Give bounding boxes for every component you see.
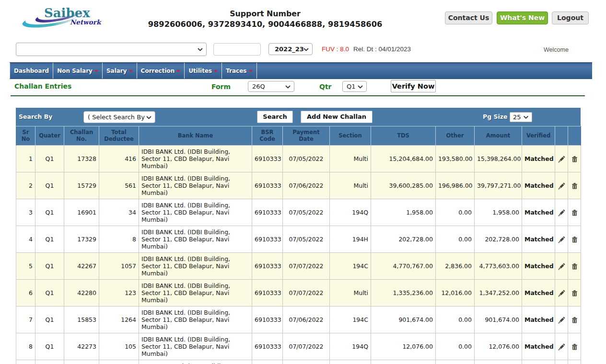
- cell-payment-date: 07/06/2022: [283, 172, 330, 199]
- delete-row-button[interactable]: [568, 146, 581, 172]
- cell-other: 2,836.00: [436, 253, 475, 280]
- edit-row-button[interactable]: [555, 360, 568, 364]
- chevron-down-icon: [524, 116, 528, 119]
- cell-amount: 39,797,271.00: [475, 172, 522, 199]
- cell-sr-no: 4: [16, 226, 35, 253]
- add-new-challan-button[interactable]: Add New Challan: [301, 111, 373, 123]
- col-header-other: Other: [436, 126, 475, 146]
- table-row: 2 Q1 15729 561 IDBI BANK Ltd. (IDBI Buil…: [16, 172, 581, 199]
- cell-challan-no: 42273: [64, 333, 99, 360]
- cell-tds: 12,076.00: [371, 333, 436, 360]
- table-row: 7 Q1 15853 1264 IDBI BANK Ltd. (IDBI Bui…: [16, 307, 581, 333]
- nav-item-non-salary[interactable]: Non Salary: [53, 63, 103, 79]
- cell-section: 194C: [330, 253, 371, 280]
- delete-row-button[interactable]: [568, 199, 581, 226]
- dropdown-caret-icon: [94, 70, 98, 72]
- edit-row-button[interactable]: [555, 307, 568, 333]
- delete-row-button[interactable]: [568, 280, 581, 307]
- deductor-select[interactable]: [16, 43, 207, 56]
- edit-row-button[interactable]: [555, 146, 568, 172]
- cell-tds: 202,728.00: [371, 226, 436, 253]
- search-by-select[interactable]: ( Select Search By ): [83, 111, 155, 123]
- trash-icon: [571, 263, 578, 270]
- edit-row-button[interactable]: [555, 226, 568, 253]
- form-select[interactable]: 26Q: [248, 81, 294, 92]
- cell-bank-name: IDBI BANK Ltd. (IDBI Building, Sector 11…: [139, 280, 252, 307]
- pencil-icon: [558, 317, 565, 324]
- verify-now-button[interactable]: Verify Now: [391, 80, 436, 92]
- cell-bank-name: IDBI BANK Ltd. (IDBI Building, Sector 11…: [139, 146, 252, 172]
- cell-bsr-code: 6910333: [252, 307, 283, 333]
- cell-total-deductee: 1264: [99, 307, 139, 333]
- cell-sr-no: [16, 360, 35, 364]
- cell-section: Multi: [330, 172, 371, 199]
- cell-amount: 15,398,264.00: [475, 146, 522, 172]
- table-header: Sr No Quater Challan No. Total Deductee …: [16, 126, 581, 146]
- edit-row-button[interactable]: [555, 280, 568, 307]
- col-header-edit: [555, 126, 568, 146]
- search-button[interactable]: Search: [257, 111, 293, 123]
- cell-section: 194Q: [330, 199, 371, 226]
- nav-item-correction[interactable]: Correction: [137, 63, 185, 79]
- cell-payment-date: 07/07/2022: [283, 253, 330, 280]
- edit-row-button[interactable]: [555, 333, 568, 360]
- cell-section: 194H: [330, 226, 371, 253]
- delete-row-button[interactable]: [568, 226, 581, 253]
- qtr-select[interactable]: Q1: [342, 81, 367, 92]
- cell-sr-no: 8: [16, 333, 35, 360]
- delete-row-button[interactable]: [568, 172, 581, 199]
- cell-section: Multi: [330, 146, 371, 172]
- edit-row-button[interactable]: [555, 199, 568, 226]
- pg-size-label: Pg Size: [483, 113, 508, 120]
- cell-challan-no: 15729: [64, 172, 99, 199]
- table-row: 3 Q1 16901 34 IDBI BANK Ltd. (IDBI Build…: [16, 199, 581, 226]
- cell-amount: 12,076.00: [475, 333, 522, 360]
- edit-row-button[interactable]: [555, 172, 568, 199]
- delete-row-button[interactable]: [568, 253, 581, 280]
- qtr-label: Qtr: [319, 83, 332, 91]
- pg-size-select[interactable]: 25: [510, 112, 532, 122]
- pencil-icon: [558, 290, 565, 297]
- cell-quater: Q1: [35, 253, 64, 280]
- cell-quater: Q1: [35, 333, 64, 360]
- nav-item-traces[interactable]: Traces: [222, 63, 256, 79]
- assessment-year-select[interactable]: 2022_23: [268, 43, 313, 55]
- cell-payment-date: 07/07/2022: [283, 280, 330, 307]
- cell-payment-date: 07/05/2022: [283, 226, 330, 253]
- cell-tds: 901,674.00: [371, 307, 436, 333]
- cell-challan-no: [64, 360, 99, 364]
- saibex-logo: Saibex Network: [21, 3, 102, 28]
- tan-input[interactable]: [213, 43, 261, 56]
- cell-sr-no: 7: [16, 307, 35, 333]
- nav-item-salary[interactable]: Salary: [103, 63, 137, 79]
- contact-us-button[interactable]: Contact Us: [445, 11, 492, 24]
- cell-quater: Q1: [35, 172, 64, 199]
- cell-payment-date: 07/05/2022: [283, 146, 330, 172]
- nav-item-dashboard[interactable]: Dashboard: [10, 63, 53, 79]
- trash-icon: [571, 182, 578, 190]
- cell-sr-no: 1: [16, 146, 35, 172]
- edit-row-button[interactable]: [555, 253, 568, 280]
- delete-row-button[interactable]: [568, 333, 581, 360]
- delete-row-button[interactable]: [568, 307, 581, 333]
- whats-new-button[interactable]: What's New: [497, 11, 548, 24]
- cell-bank-name: IDBI BANK Ltd. (IDBI Building, Sector 11…: [139, 172, 252, 199]
- cell-verified-status: Matched: [522, 226, 555, 253]
- cell-other: 12,016.00: [436, 280, 475, 307]
- cell-amount: [475, 360, 522, 364]
- cell-challan-no: 16901: [64, 199, 99, 226]
- trash-icon: [571, 236, 578, 243]
- col-header-section: Section: [330, 126, 371, 146]
- cell-quater: Q1: [35, 280, 64, 307]
- dropdown-caret-icon: [129, 70, 133, 72]
- logout-button[interactable]: Logout: [552, 11, 589, 24]
- form-label: Form: [211, 83, 231, 91]
- cell-quater: Q1: [35, 226, 64, 253]
- pencil-icon: [558, 263, 565, 270]
- cell-challan-no: 15853: [64, 307, 99, 333]
- nav-item-utilites[interactable]: Utilites: [185, 63, 222, 79]
- cell-sr-no: 5: [16, 253, 35, 280]
- cell-bsr-code: [252, 360, 283, 364]
- table-row: IDBI BANK Ltd. (IDBI Building, Sector 11…: [16, 360, 581, 364]
- delete-row-button[interactable]: [568, 360, 581, 364]
